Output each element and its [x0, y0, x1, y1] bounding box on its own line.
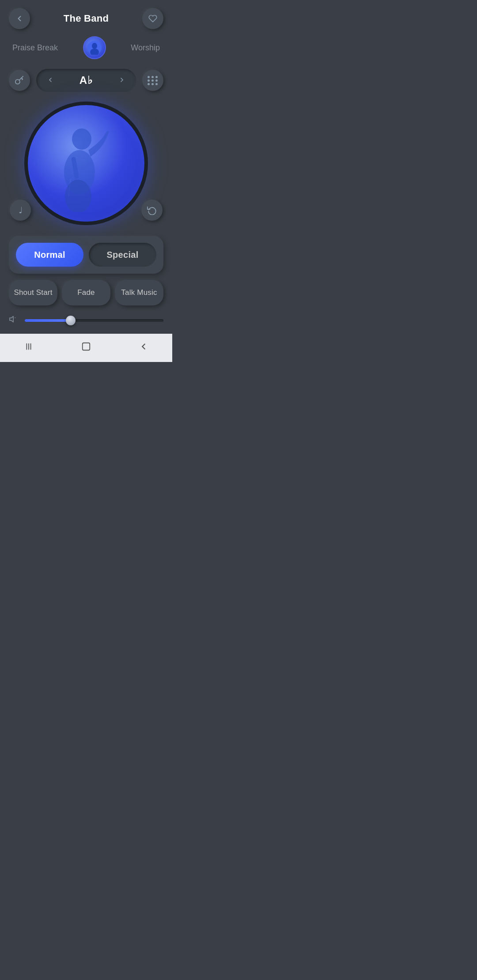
key-value: A♭	[80, 74, 93, 87]
singer-silhouette	[38, 115, 135, 212]
svg-point-8	[65, 180, 91, 212]
tab-worship[interactable]: Worship	[131, 43, 160, 53]
special-mode-button[interactable]: Special	[89, 243, 156, 267]
mode-card: Normal Special	[9, 236, 163, 274]
refresh-button[interactable]	[141, 200, 163, 221]
refresh-icon	[147, 205, 157, 215]
note-icon: ♩	[19, 205, 23, 215]
key-next-button[interactable]	[115, 74, 129, 87]
key-prev-button[interactable]	[43, 74, 57, 87]
fade-button[interactable]: Fade	[62, 280, 110, 305]
controls-row: A♭	[0, 65, 172, 97]
main-circle[interactable]	[24, 102, 148, 225]
bottom-section: Normal Special Shout Start Fade Talk Mus…	[0, 230, 172, 334]
grid-icon	[148, 76, 158, 85]
grid-button[interactable]	[142, 70, 163, 91]
talk-music-button[interactable]: Talk Music	[115, 280, 163, 305]
home-button[interactable]	[72, 337, 100, 358]
back-nav-button[interactable]	[130, 337, 157, 358]
header: The Band	[0, 0, 172, 34]
shout-start-button[interactable]: Shout Start	[9, 280, 57, 305]
tab-avatar[interactable]	[83, 36, 106, 59]
note-button[interactable]: ♩	[10, 200, 31, 221]
volume-icon	[9, 314, 19, 327]
mode-buttons: Normal Special	[16, 243, 156, 267]
volume-row	[9, 313, 163, 334]
app-wrapper: The Band Praise Break Worship	[0, 0, 172, 362]
svg-point-4	[72, 128, 91, 150]
circle-section: ♩	[0, 97, 172, 230]
tab-praise-break[interactable]: Praise Break	[12, 43, 58, 53]
svg-point-1	[92, 43, 97, 49]
refresh-button-right[interactable]	[141, 200, 163, 221]
recents-button[interactable]	[15, 337, 42, 358]
note-button-left[interactable]: ♩	[10, 200, 31, 221]
svg-rect-14	[83, 343, 90, 351]
normal-mode-button[interactable]: Normal	[16, 243, 83, 267]
svg-marker-9	[10, 317, 13, 322]
action-row: Shout Start Fade Talk Music	[9, 280, 163, 305]
volume-fill	[25, 319, 71, 322]
favorite-button[interactable]	[142, 8, 163, 29]
key-nav-bar: A♭	[36, 69, 136, 92]
key-button[interactable]	[9, 70, 30, 91]
page-title: The Band	[64, 13, 109, 24]
tabs-row: Praise Break Worship	[0, 34, 172, 65]
back-button[interactable]	[9, 8, 30, 29]
volume-thumb[interactable]	[66, 316, 76, 325]
volume-slider[interactable]	[25, 319, 163, 322]
nav-bar	[0, 334, 172, 362]
